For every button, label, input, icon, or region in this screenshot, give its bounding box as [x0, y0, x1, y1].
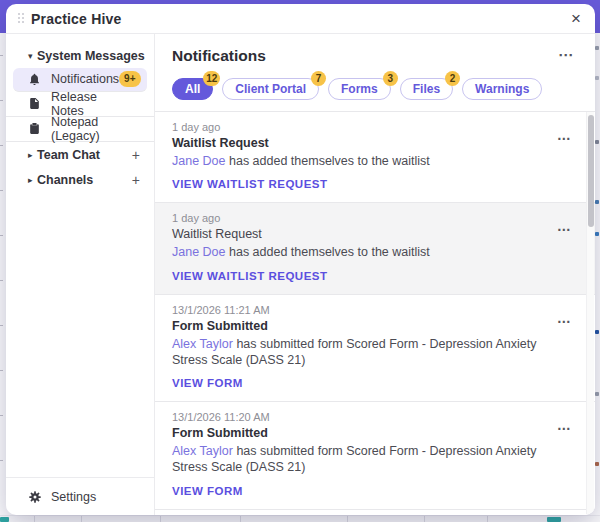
notification-time: 13/1/2026 11:20 AM	[172, 411, 551, 423]
sidebar-item-notepad-legacy[interactable]: Notepad (Legacy)	[6, 117, 154, 142]
sidebar-group-channels[interactable]: ▸ Channels +	[6, 167, 154, 192]
dialog-title-bar: Practice Hive ×	[6, 4, 595, 34]
background-calendar-strip	[0, 515, 600, 522]
sidebar-group-system-messages[interactable]: ▾ System Messages	[6, 43, 154, 68]
notification-title: Form Submitted	[172, 426, 551, 440]
notification-body: Alex Taylor has submitted form Scored Fo…	[172, 443, 551, 476]
sidebar-item-settings[interactable]: Settings	[6, 477, 154, 515]
calendar-row-line	[0, 55, 3, 56]
add-channel-button[interactable]: +	[132, 173, 140, 187]
background-icon	[595, 232, 599, 236]
calendar-col-line	[487, 516, 488, 522]
notification-item[interactable]: 1 day ago Waitlist Request Jane Doe has …	[155, 203, 595, 294]
background-icon	[595, 140, 599, 144]
sidebar-item-label: System Messages	[37, 49, 145, 63]
notification-time: 1 day ago	[172, 121, 551, 133]
filter-label: Client Portal	[235, 82, 306, 96]
calendar-row-line	[0, 100, 3, 101]
view-waitlist-request-link[interactable]: VIEW WAITLIST REQUEST	[172, 270, 328, 282]
notification-menu-icon[interactable]: ⋯	[557, 222, 571, 236]
calendar-event-block	[547, 517, 561, 522]
notepad-icon	[28, 122, 41, 135]
filter-forms[interactable]: Forms 3	[328, 78, 391, 100]
view-form-link[interactable]: VIEW FORM	[172, 485, 243, 497]
notification-list: 1 day ago Waitlist Request Jane Doe has …	[155, 112, 595, 515]
calendar-col-line	[160, 516, 161, 522]
calendar-row-line	[0, 145, 3, 146]
calendar-row-line	[0, 190, 3, 191]
notification-menu-icon[interactable]: ⋯	[557, 314, 571, 328]
dialog-body: ▾ System Messages Notifications 9+ Relea…	[6, 34, 595, 515]
notification-item[interactable]: 13/1/2026 11:21 AM Form Submitted Alex T…	[155, 295, 595, 403]
unread-count-badge: 9+	[119, 71, 140, 87]
filter-warnings[interactable]: Warnings	[462, 78, 542, 100]
background-icon	[595, 330, 599, 334]
filter-pills: All 12 Client Portal 7 Forms 3 Files 2 W…	[155, 65, 595, 100]
actor-link[interactable]: Alex Taylor	[172, 337, 233, 351]
calendar-row-line	[0, 235, 3, 236]
sidebar-item-label: Notepad (Legacy)	[51, 115, 110, 143]
panel-menu-icon[interactable]: ⋯	[558, 47, 573, 62]
notification-item[interactable]: 13/1/2026 11:20 AM Form Submitted Alex T…	[155, 402, 595, 510]
notification-body: Jane Doe has added themselves to the wai…	[172, 244, 551, 260]
view-form-link[interactable]: VIEW FORM	[172, 377, 243, 389]
sidebar-item-release-notes[interactable]: Release Notes	[6, 92, 154, 117]
notifications-panel: Notifications ⋯ All 12 Client Portal 7 F…	[155, 34, 595, 515]
calendar-row-line	[0, 280, 3, 281]
caret-down-icon: ▾	[28, 51, 37, 61]
notification-time: 13/1/2026 11:21 AM	[172, 304, 551, 316]
filter-label: Warnings	[475, 82, 529, 96]
document-icon	[28, 97, 41, 110]
notification-item[interactable]: 1 day ago Waitlist Request Jane Doe has …	[155, 112, 595, 203]
notification-menu-icon[interactable]: ⋯	[557, 131, 571, 145]
sidebar-item-label: Release Notes	[51, 90, 110, 118]
background-icon	[595, 46, 599, 50]
filter-label: All	[185, 82, 200, 96]
actor-link[interactable]: Jane Doe	[172, 245, 226, 259]
background-icon	[595, 76, 599, 80]
notification-time: 1 day ago	[172, 212, 551, 224]
notification-title: Form Submitted	[172, 319, 551, 333]
view-waitlist-request-link[interactable]: VIEW WAITLIST REQUEST	[172, 178, 328, 190]
dialog-title: Practice Hive	[31, 11, 122, 27]
actor-link[interactable]: Jane Doe	[172, 154, 226, 168]
calendar-col-line	[424, 516, 425, 522]
settings-label: Settings	[51, 490, 96, 504]
calendar-col-line	[347, 516, 348, 522]
filter-all[interactable]: All 12	[172, 78, 213, 100]
filter-files[interactable]: Files 2	[400, 78, 453, 100]
gear-icon	[28, 490, 42, 504]
calendar-col-line	[34, 516, 35, 522]
background-icon	[595, 200, 599, 204]
notification-body: Jane Doe has added themselves to the wai…	[172, 153, 551, 169]
filter-label: Files	[413, 82, 440, 96]
calendar-event-block	[0, 517, 9, 522]
notification-menu-icon[interactable]: ⋯	[557, 421, 571, 435]
calendar-row-line	[0, 415, 3, 416]
notification-item[interactable]: 26/11/2025 12:17 PM New Portal Booking A…	[155, 510, 595, 516]
practice-hive-dialog: Practice Hive × ▾ System Messages Notifi…	[6, 4, 595, 515]
drag-handle-icon[interactable]	[18, 13, 25, 24]
sidebar-group-team-chat[interactable]: ▸ Team Chat +	[6, 142, 154, 167]
filter-client-portal[interactable]: Client Portal 7	[222, 78, 319, 100]
sidebar-items: ▾ System Messages Notifications 9+ Relea…	[6, 43, 154, 477]
page-title: Notifications	[172, 47, 266, 65]
scrollbar[interactable]	[586, 112, 594, 514]
add-team-chat-button[interactable]: +	[132, 148, 140, 162]
filter-count-badge: 3	[383, 71, 398, 86]
background-icon	[595, 462, 599, 466]
actor-link[interactable]: Alex Taylor	[172, 444, 233, 458]
filter-count-badge: 2	[445, 71, 460, 86]
sidebar-item-label: Notifications	[51, 72, 119, 86]
calendar-row-line	[0, 370, 3, 371]
sidebar-item-label: Team Chat	[37, 148, 100, 162]
calendar-row-line	[0, 325, 3, 326]
close-icon[interactable]: ×	[571, 10, 581, 27]
notification-body: Alex Taylor has submitted form Scored Fo…	[172, 336, 551, 369]
sidebar-item-notifications[interactable]: Notifications 9+	[13, 68, 147, 92]
scrollbar-thumb[interactable]	[588, 115, 594, 227]
filter-count-badge: 12	[203, 71, 220, 86]
filter-count-badge: 7	[311, 71, 326, 86]
calendar-row-line	[0, 460, 3, 461]
background-icon	[595, 392, 599, 396]
